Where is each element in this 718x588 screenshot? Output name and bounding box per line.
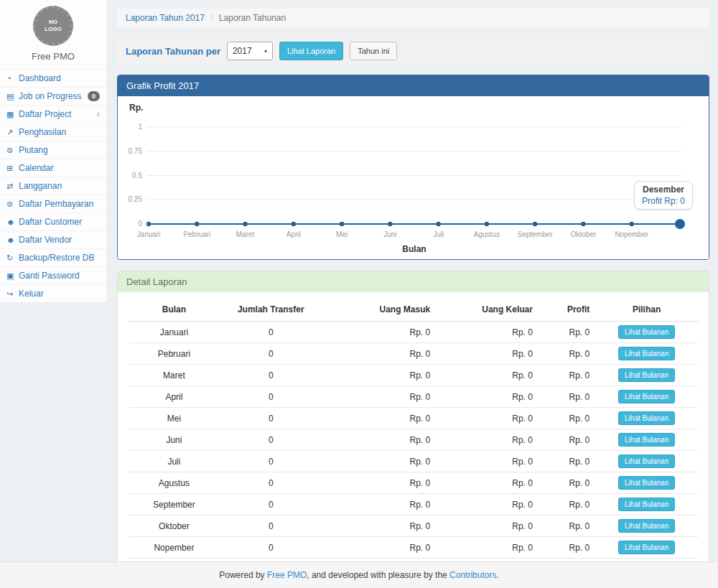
svg-text:0.25: 0.25 — [129, 195, 143, 203]
cell-jumlah-transfer: 0 — [220, 537, 322, 559]
svg-text:0.75: 0.75 — [129, 147, 143, 155]
cell-profit: Rp. 0 — [538, 472, 595, 494]
col-header-bulan: Bulan — [129, 298, 220, 322]
svg-text:Januari: Januari — [137, 230, 161, 238]
cell-uang-keluar: Rp. 0 — [436, 515, 538, 537]
tasks-icon: ▤ — [6, 92, 19, 101]
cell-jumlah-transfer: 0 — [220, 515, 322, 537]
chart-tooltip-value: Profit Rp: 0 — [642, 196, 685, 206]
col-header-jumlah-transfer: Jumlah Transfer — [220, 298, 322, 322]
sidebar: NO LOGO Free PMO ◔ Dashboard ▤ Job on Pr… — [0, 0, 106, 303]
report-table-body: Januari 0 Rp. 0 Rp. 0 Rp. 0 Lihat Bulana… — [129, 322, 698, 580]
table-row: Juni 0 Rp. 0 Rp. 0 Rp. 0 Lihat Bulanan — [129, 429, 698, 451]
cell-uang-keluar: Rp. 0 — [436, 365, 538, 386]
cell-profit: Rp. 0 — [538, 322, 595, 343]
sidebar-item-piutang[interactable]: ⊜ Piutang — [0, 141, 106, 159]
svg-text:Nopember: Nopember — [615, 230, 648, 238]
svg-text:Oktober: Oktober — [571, 230, 597, 238]
table-row: Maret 0 Rp. 0 Rp. 0 Rp. 0 Lihat Bulanan — [129, 365, 698, 386]
svg-text:Mei: Mei — [336, 230, 348, 238]
cell-uang-keluar: Rp. 0 — [436, 386, 538, 408]
profit-chart-panel: Grafik Profit 2017 00.250.50.751Rp.Janua… — [117, 75, 709, 260]
view-monthly-button[interactable]: Lihat Bulanan — [618, 433, 675, 447]
cell-uang-masuk: Rp. 0 — [322, 451, 437, 472]
view-monthly-button[interactable]: Lihat Bulanan — [618, 476, 675, 490]
retweet-icon: ⇄ — [6, 182, 19, 191]
col-header-uang-masuk: Uang Masuk — [322, 298, 437, 322]
chart-tooltip-label: Desember — [642, 185, 685, 195]
sidebar-item-calendar[interactable]: ⊞ Calendar — [0, 159, 106, 177]
breadcrumb-current: Laporan Tahunan — [219, 13, 286, 23]
table-row: Mei 0 Rp. 0 Rp. 0 Rp. 0 Lihat Bulanan — [129, 408, 698, 429]
cell-bulan: Pebruari — [129, 343, 220, 365]
cell-uang-keluar: Rp. 0 — [436, 408, 538, 429]
col-header-profit: Profit — [538, 298, 595, 322]
sidebar-item-dashboard[interactable]: ◔ Dashboard — [0, 70, 106, 87]
table-row: Oktober 0 Rp. 0 Rp. 0 Rp. 0 Lihat Bulana… — [129, 515, 698, 537]
cell-uang-masuk: Rp. 0 — [322, 515, 437, 537]
breadcrumb-link-laporan-tahun[interactable]: Laporan Tahun 2017 — [126, 13, 205, 23]
cell-uang-masuk: Rp. 0 — [322, 322, 437, 343]
sidebar-item-langganan[interactable]: ⇄ Langganan — [0, 177, 106, 195]
cell-uang-masuk: Rp. 0 — [322, 429, 437, 451]
sidebar-item-daftar-customer[interactable]: ☻ Daftar Customer — [0, 213, 106, 230]
breadcrumb-separator: / — [210, 13, 213, 23]
cell-jumlah-transfer: 0 — [220, 408, 322, 429]
view-monthly-button[interactable]: Lihat Bulanan — [618, 390, 675, 403]
cell-jumlah-transfer: 0 — [220, 429, 322, 451]
sidebar-item-keluar[interactable]: ↪ Keluar — [0, 284, 106, 302]
view-monthly-button[interactable]: Lihat Bulanan — [618, 454, 675, 468]
svg-text:Pebruari: Pebruari — [183, 230, 210, 238]
view-monthly-button[interactable]: Lihat Bulanan — [618, 325, 675, 339]
cell-uang-keluar: Rp. 0 — [436, 429, 538, 451]
sidebar-item-penghasilan[interactable]: ↗ Penghasilan — [0, 123, 106, 141]
cell-uang-keluar: Rp. 0 — [436, 322, 538, 343]
view-monthly-button[interactable]: Lihat Bulanan — [618, 347, 675, 360]
cell-profit: Rp. 0 — [538, 537, 595, 559]
users-icon: ☻ — [6, 218, 19, 226]
svg-text:0: 0 — [138, 220, 142, 228]
money-icon: ⊜ — [6, 200, 19, 209]
cell-uang-keluar: Rp. 0 — [436, 343, 538, 365]
svg-text:April: April — [286, 230, 301, 238]
cell-jumlah-transfer: 0 — [220, 451, 322, 472]
view-monthly-button[interactable]: Lihat Bulanan — [618, 368, 675, 382]
this-year-button[interactable]: Tahun ini — [350, 42, 397, 60]
cell-uang-masuk: Rp. 0 — [322, 472, 437, 494]
cell-profit: Rp. 0 — [538, 515, 595, 537]
footer-text-middle: , and developed with pleasure by the — [307, 570, 447, 580]
sidebar-item-daftar-project[interactable]: ▦ Daftar Project ‹ — [0, 105, 106, 123]
view-monthly-button[interactable]: Lihat Bulanan — [618, 411, 675, 425]
count-badge: 0 — [88, 91, 100, 101]
svg-text:Juni: Juni — [383, 230, 396, 238]
filter-label: Laporan Tahunan per — [126, 46, 220, 57]
sidebar-item-backup-restore-db[interactable]: ↻ Backup/Restore DB — [0, 248, 106, 266]
view-monthly-button[interactable]: Lihat Bulanan — [618, 498, 675, 511]
cell-jumlah-transfer: 0 — [220, 494, 322, 515]
cell-bulan: Nopember — [129, 537, 220, 559]
view-monthly-button[interactable]: Lihat Bulanan — [618, 519, 675, 533]
cell-bulan: Maret — [129, 365, 220, 386]
cell-profit: Rp. 0 — [538, 408, 595, 429]
sidebar-menu: ◔ Dashboard ▤ Job on Progress 0 ▦ Daftar… — [0, 69, 106, 303]
profit-line-chart[interactable]: 00.250.50.751Rp.JanuariPebruariMaretApri… — [128, 102, 699, 263]
cell-uang-keluar: Rp. 0 — [436, 537, 538, 559]
sidebar-item-daftar-vendor[interactable]: ☻ Daftar Vendor — [0, 230, 106, 248]
main-content: Laporan Tahun 2017 / Laporan Tahunan Lap… — [106, 0, 718, 588]
footer-text-suffix: . — [496, 570, 498, 580]
view-monthly-button[interactable]: Lihat Bulanan — [618, 541, 675, 554]
dashboard-icon: ◔ — [6, 74, 19, 83]
view-report-button[interactable]: Lihat Laporan — [279, 42, 343, 60]
footer-link-free-pmo[interactable]: Free PMO — [267, 570, 307, 580]
cell-bulan: April — [129, 386, 220, 408]
report-filter-bar: Laporan Tahunan per 2017 ▾ Lihat Laporan… — [117, 35, 709, 67]
footer-link-contributors[interactable]: Contributors — [449, 570, 496, 580]
svg-text:Juli: Juli — [433, 230, 444, 238]
cell-profit: Rp. 0 — [538, 494, 595, 515]
year-select[interactable]: 2017 ▾ — [227, 42, 273, 60]
detail-report-panel: Detail Laporan Bulan Jumlah Transfer Uan… — [117, 271, 709, 588]
sidebar-item-daftar-pembayaran[interactable]: ⊜ Daftar Pembayaran — [0, 195, 106, 213]
sidebar-item-job-on-progress[interactable]: ▤ Job on Progress 0 — [0, 87, 106, 105]
cell-uang-masuk: Rp. 0 — [322, 537, 437, 559]
sidebar-item-ganti-password[interactable]: ▣ Ganti Password — [0, 266, 106, 284]
